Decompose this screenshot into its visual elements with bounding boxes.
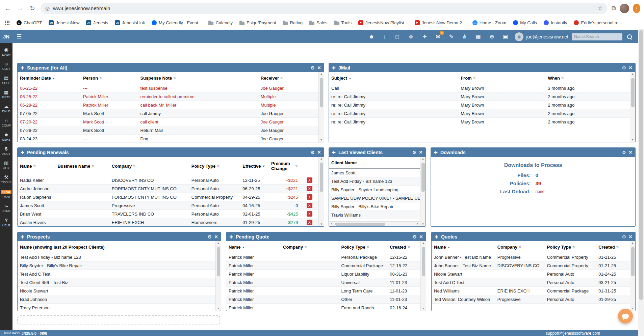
quote-row[interactable]: Test Add C Test Personal Auto 03-21-25 xyxy=(432,278,630,287)
jmail-row[interactable]: re: re: Call Jimmy Mary Brown 2 months a… xyxy=(329,109,630,118)
prospect-row[interactable]: Test Add C Test xyxy=(18,270,215,278)
column-header[interactable]: Name xyxy=(18,164,55,169)
suspense-row[interactable]: 06-21-22 --- test suspense Joe Gauger xyxy=(18,84,318,92)
close-icon[interactable] xyxy=(214,234,218,240)
sidebar-item-usrs[interactable]: USRS xyxy=(0,130,12,144)
scroll-down-icon[interactable]: ▼ xyxy=(320,139,323,141)
send-icon[interactable] xyxy=(422,34,427,40)
bookmark-item[interactable]: JenesisNow Demo 2... xyxy=(415,20,466,25)
hamburger-menu-icon[interactable] xyxy=(17,33,22,40)
calendar-icon[interactable] xyxy=(476,34,481,40)
close-icon[interactable] xyxy=(419,149,422,155)
column-header[interactable]: Policy Type xyxy=(545,245,596,250)
sidebar-item-agy[interactable]: AGY xyxy=(0,158,12,172)
apps-grid-icon[interactable] xyxy=(5,20,10,25)
move-icon[interactable] xyxy=(332,65,336,71)
column-header[interactable]: Business Name xyxy=(55,164,109,169)
prospect-row[interactable]: Test Client 456 - Test Biz xyxy=(18,278,215,287)
sidebar-item-email[interactable]: 19741 EMAIL xyxy=(0,186,12,201)
browser-profile-avatar[interactable] xyxy=(620,4,629,13)
pending-quote-row[interactable]: Patrick Miller Personal Package 12-15-22 xyxy=(226,253,420,261)
scroll-up-icon[interactable]: ▲ xyxy=(217,242,220,245)
scroll-up-icon[interactable]: ▲ xyxy=(422,242,425,245)
quote-row[interactable]: Ned Williams ERIE INS EXCH Commercial Pa… xyxy=(432,287,630,295)
column-header[interactable]: Effective xyxy=(240,164,269,169)
bookmark-item[interactable]: Esign/Payment xyxy=(239,20,276,25)
delete-renewal-button[interactable]: X xyxy=(307,186,312,191)
column-header[interactable]: Person xyxy=(81,76,138,81)
back-button[interactable] xyxy=(4,4,12,12)
move-icon[interactable] xyxy=(21,150,24,155)
pending-quote-widget-header[interactable]: Pending Quote xyxy=(226,232,426,241)
column-header[interactable]: Client Name xyxy=(329,160,420,165)
pending-quote-row[interactable]: Patrick Miller Universal 11-01-23 xyxy=(226,278,420,287)
gear-icon[interactable] xyxy=(311,150,315,155)
sidebar-item-clnt[interactable]: CLNT xyxy=(0,59,12,73)
suspense-row[interactable]: 07-20-22 Mark Scott call client Joe Gaug… xyxy=(18,118,318,126)
bookmark-star-icon[interactable] xyxy=(598,5,603,12)
scroll-up-icon[interactable]: ▲ xyxy=(632,73,634,76)
column-header[interactable]: Company xyxy=(109,164,189,169)
prospect-row[interactable]: Tracy Peterson xyxy=(18,304,215,311)
scroll-down-icon[interactable]: ▼ xyxy=(320,223,323,226)
client-row[interactable]: James Scott xyxy=(329,169,420,177)
close-icon[interactable] xyxy=(317,65,321,71)
renewal-row[interactable]: Ralph Stephens FOREMOST CNTY MUT INS CO … xyxy=(18,193,318,201)
move-icon[interactable] xyxy=(332,150,336,155)
renewal-row[interactable]: Austin Rivers ERIE INS EXCH Homeowners 0… xyxy=(18,218,318,226)
gear-icon[interactable] xyxy=(413,234,417,240)
scroll-down-icon[interactable]: ▼ xyxy=(632,139,634,141)
browser-menu-icon[interactable] xyxy=(633,4,640,13)
pending-quote-row[interactable]: Patrick Miller Liquor Liability 08-31-23 xyxy=(226,270,420,278)
vertical-scrollbar[interactable]: ▲▼ xyxy=(318,157,324,226)
scroll-thumb[interactable] xyxy=(631,78,635,107)
bookmark-item[interactable]: My Calls xyxy=(513,20,537,25)
reload-button[interactable] xyxy=(28,4,36,12)
scroll-down-icon[interactable]: ▼ xyxy=(632,307,634,310)
user-avatar[interactable] xyxy=(515,32,523,41)
scroll-up-icon[interactable]: ▲ xyxy=(632,242,634,245)
scroll-down-icon[interactable]: ▼ xyxy=(422,307,425,310)
move-icon[interactable] xyxy=(434,150,438,155)
address-bar[interactable]: ww3.jenesisnow.net/main xyxy=(41,3,608,14)
scroll-thumb[interactable] xyxy=(320,78,323,107)
scroll-down-icon[interactable]: ▼ xyxy=(217,307,220,310)
suspense-row[interactable]: 06-25-22 Patrick Miller reminder to coll… xyxy=(18,92,318,101)
close-icon[interactable] xyxy=(317,149,321,155)
gear-icon[interactable] xyxy=(622,234,626,240)
gear-icon[interactable] xyxy=(412,150,417,155)
scroll-thumb[interactable] xyxy=(421,163,425,192)
scroll-thumb[interactable] xyxy=(631,247,635,276)
delete-renewal-button[interactable]: X xyxy=(307,194,312,200)
downloads-widget-header[interactable]: Downloads xyxy=(431,148,635,157)
renewal-row[interactable]: James Scott Progressive Personal Auto 04… xyxy=(18,201,318,210)
close-icon[interactable] xyxy=(629,234,632,240)
pending-quote-row[interactable]: Patrick Miller Other 11-01-23 xyxy=(226,295,420,304)
chat-bubble-button[interactable] xyxy=(618,309,633,324)
client-row[interactable]: Travis Williams xyxy=(329,211,420,219)
prospect-row[interactable]: Nicole Stewart xyxy=(18,287,215,295)
sidebar-item-jlink[interactable]: JLINK xyxy=(0,201,12,215)
support-email[interactable]: support@jenesissoftware.com xyxy=(546,331,600,336)
pending-quote-row[interactable]: Patrick Miller Commercial Package 12-15-… xyxy=(226,261,420,270)
app-logo[interactable]: JN xyxy=(0,34,12,39)
jmail-row[interactable]: Call Mary Brown 3 months ago xyxy=(329,84,630,92)
scroll-thumb[interactable] xyxy=(320,163,323,192)
scroll-thumb[interactable] xyxy=(335,223,385,226)
client-row[interactable]: Test Add Friday - Biz name 123 xyxy=(329,177,420,186)
scroll-thumb[interactable] xyxy=(422,247,425,276)
close-icon[interactable] xyxy=(419,234,423,240)
column-header[interactable]: Receiver xyxy=(258,76,318,81)
scroll-down-icon[interactable]: ▼ xyxy=(422,223,424,226)
search-icon[interactable] xyxy=(626,34,633,40)
prospect-row[interactable]: Billy Snyder - Billy's Bike Repair xyxy=(18,261,215,270)
bookmark-item[interactable]: Instantly xyxy=(544,20,567,25)
sidebar-item-help[interactable]: HELP xyxy=(0,215,12,229)
column-header[interactable]: Suspense Note xyxy=(138,76,258,81)
client-row[interactable]: Billy Snyder - Billy's Bike Repair xyxy=(329,202,420,211)
bookmark-item[interactable]: ChatGPT xyxy=(17,20,42,25)
move-icon[interactable] xyxy=(21,234,24,240)
suspense-row[interactable]: 06-28-22 Patrick Miller call back Mr. Mi… xyxy=(18,101,318,109)
bookmark-item[interactable]: Calendly xyxy=(208,20,233,25)
scroll-thumb[interactable] xyxy=(217,247,220,276)
